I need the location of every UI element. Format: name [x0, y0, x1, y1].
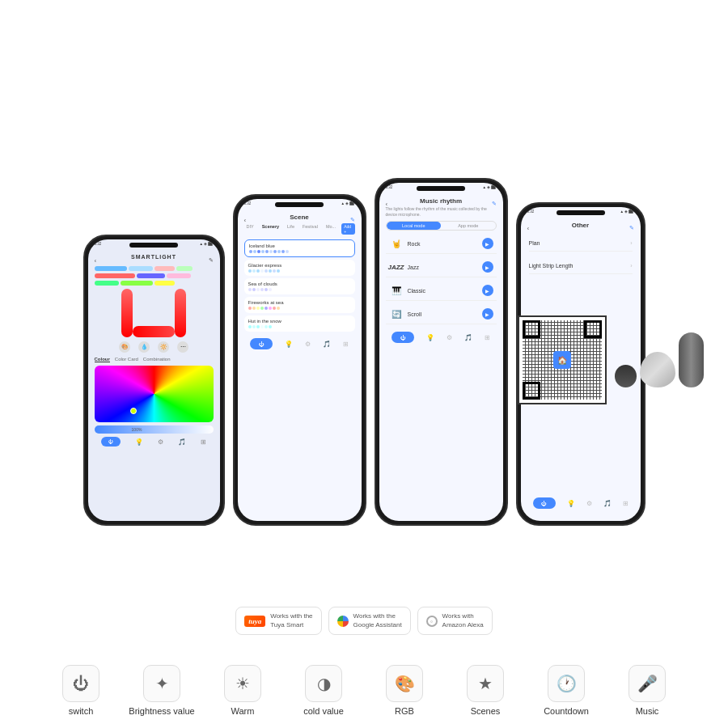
classic-play-btn[interactable]: ▶ [482, 285, 493, 296]
p4-power-btn[interactable]: ⏻ [533, 497, 556, 509]
music-jazz[interactable]: JAZZ Jazz ▶ [386, 257, 497, 277]
p3-btn-icon4[interactable]: ⊞ [485, 334, 490, 341]
back-btn-p2[interactable]: ‹ [244, 217, 247, 224]
scene-item-sea[interactable]: Sea of clouds [244, 278, 355, 294]
tab-combination[interactable]: Combination [143, 357, 171, 362]
feature-switch: ⏻ switch [40, 665, 121, 716]
scene-name-sea: Sea of clouds [248, 281, 351, 286]
cold-label: cold value [303, 706, 344, 716]
features-row: ⏻ switch ✦ Brightness value ☀ Warm ◑ col… [0, 657, 728, 716]
back-btn-p1[interactable]: ‹ [95, 257, 97, 265]
scene-item-glacier[interactable]: Glacier express [244, 260, 355, 276]
tab-app-mode[interactable]: App mode [441, 222, 496, 230]
scene-dots-iceland [249, 250, 350, 253]
menu-strip-length[interactable]: Light Strip Length › [529, 258, 633, 274]
switch-icon: ⏻ [62, 665, 99, 702]
edit-btn-p4[interactable]: ✎ [629, 225, 634, 231]
signal-p4: ▲ ◈ ⬛ [620, 210, 634, 214]
feature-countdown: 🕐 Countdown [526, 665, 607, 716]
scene-item-iceland[interactable]: Iceland blue [244, 239, 355, 257]
p4-btn-icon3[interactable]: 🎵 [603, 500, 612, 507]
strip-label: Light Strip Length [529, 263, 574, 269]
p1-horseshoe [121, 289, 186, 337]
rgb-label: RGB [395, 706, 414, 716]
p1-bottom-icon2[interactable]: ⚙ [158, 438, 163, 446]
p2-btn-icon2[interactable]: ⚙ [305, 341, 311, 348]
qr-center-icon: 🏠 [553, 351, 571, 369]
scroll-play-btn[interactable]: ▶ [482, 308, 493, 320]
p3-power-btn[interactable]: ⏻ [392, 332, 414, 343]
rock-icon: 🤘 [389, 236, 404, 251]
jazz-play-btn[interactable]: ▶ [482, 261, 493, 273]
p1-icon1[interactable]: 🎨 [119, 341, 130, 353]
signal-p2: ▲ ◈ ⬛ [341, 201, 355, 205]
scene-item-fireworks[interactable]: Fireworks at sea [244, 297, 355, 313]
cold-icon: ◑ [305, 665, 342, 702]
jazz-icon: JAZZ [389, 260, 404, 274]
feature-warm: ☀ Warm [202, 665, 283, 716]
p3-btn-icon1[interactable]: 💡 [426, 334, 434, 341]
music-scroll[interactable]: 🔄 Scroll ▶ [386, 304, 497, 324]
scene-item-hut[interactable]: Hut in the snow [244, 315, 355, 332]
p1-mode-icons: 🎨 💧 🔆 ⋯ [88, 341, 220, 353]
p2-bottom-bar: ⏻ 💡 ⚙ 🎵 ⊞ [238, 334, 362, 353]
edit-btn-p2[interactable]: ✎ [350, 217, 355, 223]
diy-tab-life[interactable]: Life [285, 223, 297, 235]
diy-tab-diy[interactable]: DIY [244, 223, 256, 235]
plan-chevron: › [630, 240, 632, 246]
tab-local-mode[interactable]: Local mode [387, 222, 442, 230]
alexa-icon: ○ [426, 616, 438, 627]
p4-btn-icon4[interactable]: ⊞ [623, 500, 629, 507]
scroll-label: Scroll [408, 311, 478, 317]
p1-bottom-icon4[interactable]: ⊞ [201, 438, 206, 446]
p4-btn-icon2[interactable]: ⚙ [586, 500, 592, 507]
rock-play-btn[interactable]: ▶ [482, 238, 493, 249]
warm-label: Warm [231, 706, 255, 716]
p1-strips [88, 266, 220, 286]
edit-btn-p1[interactable]: ✎ [209, 257, 214, 264]
music-rock[interactable]: 🤘 Rock ▶ [386, 234, 497, 254]
p3-subtitle: The lights follow the rhythm of the musi… [379, 205, 503, 218]
scene-name-hut: Hut in the snow [248, 319, 351, 324]
p1-colour-wheel[interactable] [95, 366, 214, 422]
p1-title: SMARTLIGHT [88, 254, 220, 260]
diy-tab-scenery[interactable]: Scenery [260, 223, 281, 235]
warm-icon: ☀ [224, 665, 261, 702]
back-btn-p3[interactable]: ‹ [386, 201, 388, 208]
p2-title: Scene [238, 214, 362, 221]
feature-cold: ◑ cold value [283, 665, 364, 716]
p2-btn-icon1[interactable]: 💡 [285, 341, 293, 348]
p4-bottom-bar: ⏻ 💡 ⚙ 🎵 ⊞ [521, 493, 641, 513]
countdown-icon: 🕐 [548, 665, 585, 702]
edit-btn-p3[interactable]: ✎ [492, 201, 497, 207]
back-btn-p4[interactable]: ‹ [527, 225, 530, 232]
p1-icon4[interactable]: ⋯ [177, 341, 188, 353]
tab-colorcard[interactable]: Color Card [115, 357, 138, 362]
diy-tab-festival[interactable]: Festival [300, 223, 320, 235]
status-bar-p3: 6:32 ▲ ◈ ⬛ [386, 185, 497, 189]
p2-power-btn[interactable]: ⏻ [250, 338, 273, 349]
p3-btn-icon2[interactable]: ⚙ [447, 334, 452, 341]
jazz-label: Jazz [408, 265, 478, 270]
p1-brightness-bar[interactable]: 100% [95, 425, 214, 434]
p4-btn-icon1[interactable]: 💡 [567, 500, 575, 507]
brightness-label: Brightness value [129, 706, 194, 716]
p2-btn-icon3[interactable]: 🎵 [323, 341, 331, 348]
music-classic[interactable]: 🎹 Classic ▶ [386, 281, 497, 301]
p3-btn-icon3[interactable]: 🎵 [464, 334, 472, 341]
p1-bottom-icon1[interactable]: 💡 [135, 438, 143, 446]
phone-music: 6:32 ▲ ◈ ⬛ ‹ ✎ Music rhythm The lights f… [375, 178, 508, 526]
p1-tabs: Colour Color Card Combination [88, 357, 220, 362]
p1-icon2[interactable]: 💧 [138, 341, 150, 353]
p1-bottom-bar: ⏻ 💡 ⚙ 🎵 ⊞ [95, 437, 214, 447]
p1-bottom-icon3[interactable]: 🎵 [178, 438, 186, 446]
p1-power-btn[interactable]: ⏻ [101, 437, 121, 447]
p2-btn-icon4[interactable]: ⊞ [343, 341, 349, 348]
p1-icon3[interactable]: 🔆 [158, 341, 169, 353]
diy-add-btn[interactable]: Add + [341, 223, 354, 235]
tab-colour[interactable]: Colour [95, 357, 110, 362]
menu-plan[interactable]: Plan › [529, 235, 633, 252]
diy-tab-mo[interactable]: Mo... [324, 223, 338, 235]
qr-corner-tl [523, 320, 540, 338]
qr-code: 🏠 [518, 315, 607, 404]
